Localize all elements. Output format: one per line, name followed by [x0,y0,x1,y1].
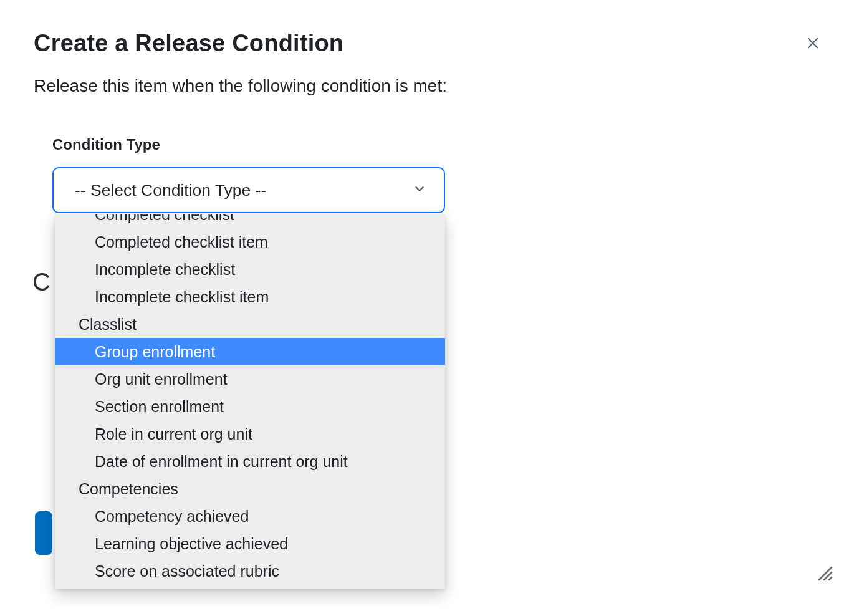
condition-option-section-enrollment[interactable]: Section enrollment [55,393,445,420]
obscured-heading-letter: C [32,268,50,296]
dialog-title: Create a Release Condition [34,30,343,57]
chevron-down-icon [413,182,426,198]
condition-type-label: Condition Type [52,136,160,153]
condition-option-role-in-current-org-unit[interactable]: Role in current org unit [55,420,445,448]
dropdown-clipped-top: Completed checklist [55,214,445,228]
condition-option-incomplete-checklist-item[interactable]: Incomplete checklist item [55,283,445,310]
condition-type-dropdown[interactable]: Completed checklist Completed checklist … [55,214,445,589]
condition-option-learning-objective-achieved[interactable]: Learning objective achieved [55,530,445,557]
condition-option-group-enrollment[interactable]: Group enrollment [55,338,445,365]
condition-group-competencies: Competencies [55,475,445,503]
condition-group-classlist: Classlist [55,310,445,338]
condition-option-date-of-enrollment[interactable]: Date of enrollment in current org unit [55,448,445,475]
condition-option-competency-achieved[interactable]: Competency achieved [55,503,445,530]
condition-option-incomplete-checklist[interactable]: Incomplete checklist [55,256,445,283]
dialog-create-release-condition: Create a Release Condition Release this … [0,0,859,616]
condition-option-clipped[interactable]: Completed checklist [55,214,445,228]
primary-action-button-obscured[interactable] [35,511,52,555]
dialog-subtitle: Release this item when the following con… [34,76,447,96]
svg-line-4 [829,577,832,580]
condition-option-org-unit-enrollment[interactable]: Org unit enrollment [55,365,445,393]
condition-option-score-on-associated-rubric[interactable]: Score on associated rubric [55,557,445,585]
close-icon [805,36,820,52]
condition-type-select[interactable]: -- Select Condition Type -- [52,167,445,213]
condition-type-selected-value: -- Select Condition Type -- [75,181,266,200]
close-button[interactable] [800,31,825,56]
condition-option-completed-checklist-item[interactable]: Completed checklist item [55,228,445,256]
resize-handle-icon[interactable] [813,561,833,581]
